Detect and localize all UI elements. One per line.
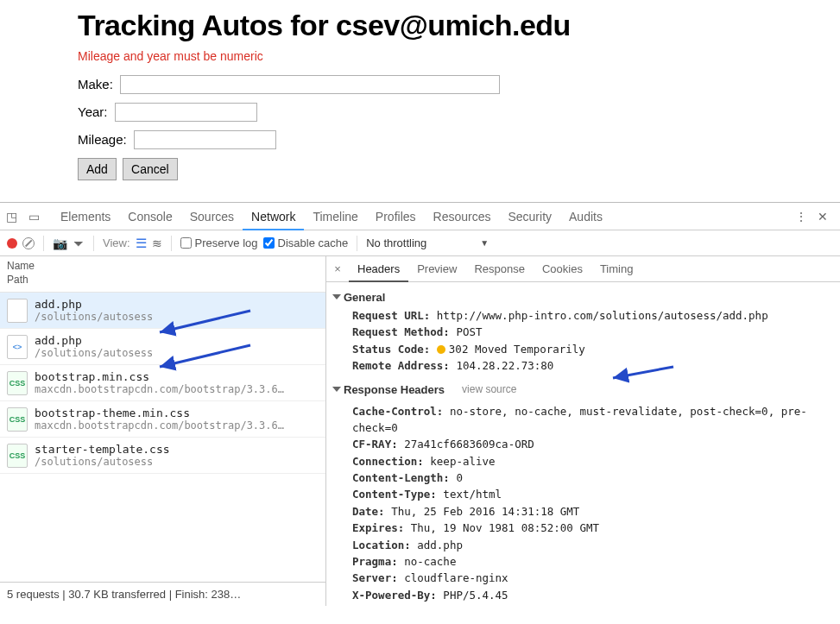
camera-icon[interactable]: 📷: [53, 236, 67, 250]
tab-console[interactable]: Console: [119, 203, 180, 230]
request-name: starter-template.css: [35, 443, 170, 456]
code-file-icon: <>: [7, 335, 28, 359]
devtools-panel: ◳ ▭ ElementsConsoleSourcesNetworkTimelin…: [0, 202, 840, 606]
tab-profiles[interactable]: Profiles: [367, 203, 425, 230]
header-row: Connection: keep-alive: [352, 453, 831, 470]
close-devtools-icon[interactable]: ✕: [818, 210, 828, 224]
more-icon[interactable]: ⋮: [795, 210, 807, 224]
cancel-button[interactable]: Cancel: [123, 158, 178, 180]
filter-icon[interactable]: ⏷: [73, 236, 85, 250]
tab-sources[interactable]: Sources: [181, 203, 243, 230]
general-label: General: [344, 291, 385, 304]
waterfall-icon[interactable]: ≋: [152, 236, 162, 250]
large-rows-icon[interactable]: ☰: [136, 236, 147, 251]
request-name: add.php: [35, 334, 153, 347]
disable-cache-label: Disable cache: [278, 236, 349, 249]
add-button[interactable]: Add: [78, 158, 117, 180]
device-icon[interactable]: ▭: [22, 210, 45, 224]
header-row: Request URL: http://www.php-intro.com/so…: [352, 307, 831, 324]
response-headers-label: Response Headers: [344, 383, 445, 396]
css-file-icon: CSS: [7, 371, 28, 395]
clear-icon[interactable]: [22, 237, 35, 249]
request-name: bootstrap.min.css: [35, 370, 284, 383]
chevron-down-icon: ▼: [480, 238, 489, 248]
header-row: CF-RAY: 27a41cf6683609ca-ORD: [352, 436, 831, 452]
request-path: /solutions/autosess: [35, 347, 153, 359]
view-label: View:: [103, 236, 130, 249]
header-row: Server: cloudflare-nginx: [352, 570, 831, 586]
tab-elements[interactable]: Elements: [52, 203, 119, 230]
year-label: Year:: [78, 104, 107, 119]
request-row[interactable]: <>add.php/solutions/autosess: [0, 329, 325, 365]
request-row[interactable]: CSSstarter-template.css/solutions/autose…: [0, 438, 325, 474]
detail-tab-preview[interactable]: Preview: [408, 256, 465, 282]
response-headers-section[interactable]: Response Headers: [335, 383, 445, 396]
request-row[interactable]: add.php/solutions/autosess: [0, 293, 325, 329]
request-path: maxcdn.bootstrapcdn.com/bootstrap/3.3.6…: [35, 383, 284, 395]
error-message: Mileage and year must be numeric: [78, 49, 840, 63]
status-dot-icon: [437, 345, 445, 354]
request-row[interactable]: CSSbootstrap-theme.min.cssmaxcdn.bootstr…: [0, 401, 325, 438]
detail-tab-response[interactable]: Response: [465, 256, 534, 282]
page-title: Tracking Autos for csev@umich.edu: [78, 9, 840, 42]
header-row: Request Method: POST: [352, 324, 831, 340]
header-row: Remote Address: 104.28.22.73:80: [352, 357, 831, 374]
tab-resources[interactable]: Resources: [425, 203, 500, 230]
header-row: Cache-Control: no-store, no-cache, must-…: [352, 403, 831, 437]
request-name: bootstrap-theme.min.css: [35, 407, 284, 419]
make-label: Make:: [78, 77, 113, 91]
header-row: X-Powered-By: PHP/5.4.45: [352, 587, 831, 603]
header-row: Pragma: no-cache: [352, 553, 831, 570]
detail-tab-timing[interactable]: Timing: [591, 256, 642, 282]
disclosure-triangle-icon: [332, 294, 341, 299]
header-row: Location: add.php: [352, 537, 831, 553]
mileage-input[interactable]: [134, 130, 276, 149]
column-name-header: Name: [7, 260, 319, 274]
throttling-value: No throttling: [366, 236, 426, 249]
request-path: /solutions/autosess: [35, 456, 170, 468]
network-summary: 5 requests | 30.7 KB transferred | Finis…: [0, 582, 325, 606]
record-icon[interactable]: [7, 238, 17, 249]
disable-cache-checkbox[interactable]: Disable cache: [263, 236, 349, 249]
tab-timeline[interactable]: Timeline: [304, 203, 366, 230]
make-input[interactable]: [120, 75, 500, 94]
css-file-icon: CSS: [7, 444, 28, 468]
tab-audits[interactable]: Audits: [560, 203, 611, 230]
disclosure-triangle-icon: [332, 387, 341, 392]
request-row[interactable]: CSSbootstrap.min.cssmaxcdn.bootstrapcdn.…: [0, 365, 325, 401]
close-details-icon[interactable]: ×: [326, 262, 349, 275]
inspect-icon[interactable]: ◳: [0, 210, 22, 224]
request-name: add.php: [35, 298, 153, 311]
preserve-log-label: Preserve log: [195, 236, 258, 249]
header-row: Content-Length: 0: [352, 470, 831, 486]
detail-tab-cookies[interactable]: Cookies: [534, 256, 591, 282]
preserve-log-checkbox[interactable]: Preserve log: [180, 236, 258, 249]
tab-network[interactable]: Network: [243, 203, 304, 230]
header-row: Status Code: 302 Moved Temporarily: [352, 341, 831, 357]
doc-file-icon: [7, 299, 28, 323]
tab-security[interactable]: Security: [499, 203, 560, 230]
request-path: /solutions/autosess: [35, 311, 153, 323]
view-source-link[interactable]: view source: [462, 383, 516, 395]
year-input[interactable]: [115, 103, 257, 122]
column-path-header: Path: [7, 274, 319, 287]
throttling-select[interactable]: No throttling ▼: [366, 236, 492, 249]
request-path: maxcdn.bootstrapcdn.com/bootstrap/3.3.6…: [35, 419, 284, 432]
header-row: Date: Thu, 25 Feb 2016 14:31:18 GMT: [352, 503, 831, 520]
css-file-icon: CSS: [7, 407, 28, 432]
header-row: Expires: Thu, 19 Nov 1981 08:52:00 GMT: [352, 520, 831, 536]
general-section[interactable]: General: [335, 291, 831, 304]
mileage-label: Mileage:: [78, 132, 127, 147]
header-row: Content-Type: text/html: [352, 486, 831, 502]
detail-tab-headers[interactable]: Headers: [349, 256, 408, 282]
